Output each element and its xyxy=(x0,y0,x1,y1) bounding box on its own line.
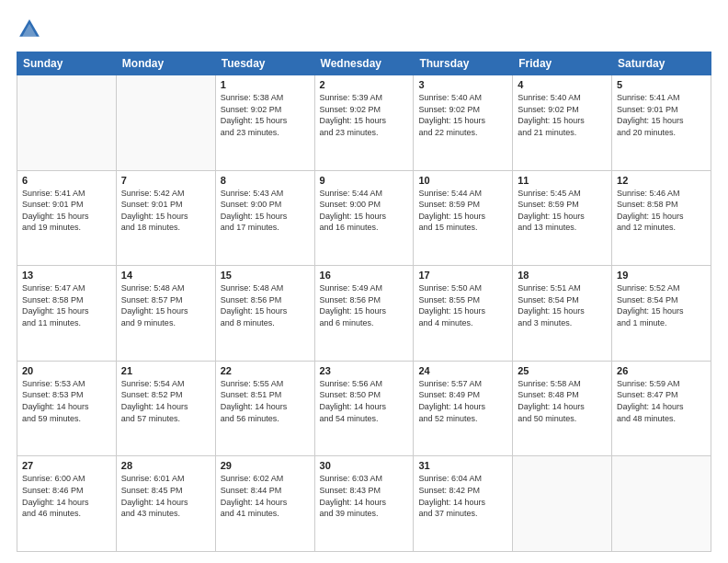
day-number: 16 xyxy=(320,270,409,281)
logo xyxy=(17,17,46,42)
calendar-cell: 21Sunrise: 5:54 AM Sunset: 8:52 PM Dayli… xyxy=(116,361,215,456)
day-info: Sunrise: 5:53 AM Sunset: 8:53 PM Dayligh… xyxy=(22,378,111,424)
day-info: Sunrise: 6:02 AM Sunset: 8:44 PM Dayligh… xyxy=(221,473,310,519)
day-number: 19 xyxy=(617,270,706,281)
day-number: 9 xyxy=(320,175,409,186)
calendar-cell: 24Sunrise: 5:57 AM Sunset: 8:49 PM Dayli… xyxy=(414,361,513,456)
day-info: Sunrise: 5:48 AM Sunset: 8:56 PM Dayligh… xyxy=(221,282,310,328)
day-info: Sunrise: 5:41 AM Sunset: 9:01 PM Dayligh… xyxy=(22,188,111,234)
calendar-cell: 25Sunrise: 5:58 AM Sunset: 8:48 PM Dayli… xyxy=(513,361,612,456)
day-number: 1 xyxy=(221,79,310,90)
day-info: Sunrise: 5:38 AM Sunset: 9:02 PM Dayligh… xyxy=(221,92,310,138)
day-number: 3 xyxy=(418,79,507,90)
calendar-cell: 27Sunrise: 6:00 AM Sunset: 8:46 PM Dayli… xyxy=(17,456,117,552)
calendar-cell: 22Sunrise: 5:55 AM Sunset: 8:51 PM Dayli… xyxy=(215,361,314,456)
calendar-cell: 8Sunrise: 5:43 AM Sunset: 9:00 PM Daylig… xyxy=(215,170,314,266)
week-row-1: 6Sunrise: 5:41 AM Sunset: 9:01 PM Daylig… xyxy=(17,170,711,266)
day-info: Sunrise: 6:01 AM Sunset: 8:45 PM Dayligh… xyxy=(121,473,210,519)
week-row-0: 1Sunrise: 5:38 AM Sunset: 9:02 PM Daylig… xyxy=(17,75,711,171)
calendar-cell: 15Sunrise: 5:48 AM Sunset: 8:56 PM Dayli… xyxy=(215,266,314,362)
day-number: 25 xyxy=(518,365,607,376)
day-info: Sunrise: 6:00 AM Sunset: 8:46 PM Dayligh… xyxy=(22,473,111,519)
calendar-cell: 5Sunrise: 5:41 AM Sunset: 9:01 PM Daylig… xyxy=(612,75,711,171)
header-cell-tuesday: Tuesday xyxy=(215,52,314,75)
calendar-cell: 17Sunrise: 5:50 AM Sunset: 8:55 PM Dayli… xyxy=(414,266,513,362)
week-row-4: 27Sunrise: 6:00 AM Sunset: 8:46 PM Dayli… xyxy=(17,456,711,552)
calendar-cell xyxy=(116,75,215,171)
day-info: Sunrise: 6:04 AM Sunset: 8:42 PM Dayligh… xyxy=(418,473,507,519)
day-info: Sunrise: 5:44 AM Sunset: 9:00 PM Dayligh… xyxy=(320,188,409,234)
day-info: Sunrise: 5:55 AM Sunset: 8:51 PM Dayligh… xyxy=(221,378,310,424)
day-number: 24 xyxy=(418,365,507,376)
calendar-cell: 4Sunrise: 5:40 AM Sunset: 9:02 PM Daylig… xyxy=(513,75,612,171)
calendar-cell: 7Sunrise: 5:42 AM Sunset: 9:01 PM Daylig… xyxy=(116,170,215,266)
calendar-cell: 9Sunrise: 5:44 AM Sunset: 9:00 PM Daylig… xyxy=(314,170,414,266)
day-info: Sunrise: 5:48 AM Sunset: 8:57 PM Dayligh… xyxy=(121,282,210,328)
day-number: 13 xyxy=(22,270,111,281)
day-number: 20 xyxy=(22,365,111,376)
week-row-2: 13Sunrise: 5:47 AM Sunset: 8:58 PM Dayli… xyxy=(17,266,711,362)
logo-icon xyxy=(17,17,42,42)
day-info: Sunrise: 5:46 AM Sunset: 8:58 PM Dayligh… xyxy=(617,188,706,234)
day-number: 4 xyxy=(518,79,607,90)
calendar-cell: 20Sunrise: 5:53 AM Sunset: 8:53 PM Dayli… xyxy=(17,361,117,456)
day-number: 18 xyxy=(518,270,607,281)
day-number: 8 xyxy=(221,175,310,186)
day-info: Sunrise: 5:47 AM Sunset: 8:58 PM Dayligh… xyxy=(22,282,111,328)
day-info: Sunrise: 5:39 AM Sunset: 9:02 PM Dayligh… xyxy=(320,92,409,138)
calendar-cell: 10Sunrise: 5:44 AM Sunset: 8:59 PM Dayli… xyxy=(414,170,513,266)
calendar-cell: 26Sunrise: 5:59 AM Sunset: 8:47 PM Dayli… xyxy=(612,361,711,456)
calendar-cell xyxy=(513,456,612,552)
day-info: Sunrise: 5:41 AM Sunset: 9:01 PM Dayligh… xyxy=(617,92,706,138)
day-number: 2 xyxy=(320,79,409,90)
header-cell-friday: Friday xyxy=(513,52,612,75)
day-info: Sunrise: 5:44 AM Sunset: 8:59 PM Dayligh… xyxy=(418,188,507,234)
day-info: Sunrise: 5:51 AM Sunset: 8:54 PM Dayligh… xyxy=(518,282,607,328)
day-number: 22 xyxy=(221,365,310,376)
calendar-header: SundayMondayTuesdayWednesdayThursdayFrid… xyxy=(17,52,711,75)
day-number: 7 xyxy=(121,175,210,186)
day-info: Sunrise: 5:57 AM Sunset: 8:49 PM Dayligh… xyxy=(418,378,507,424)
calendar-cell: 23Sunrise: 5:56 AM Sunset: 8:50 PM Dayli… xyxy=(314,361,414,456)
calendar-cell: 31Sunrise: 6:04 AM Sunset: 8:42 PM Dayli… xyxy=(414,456,513,552)
calendar-cell: 14Sunrise: 5:48 AM Sunset: 8:57 PM Dayli… xyxy=(116,266,215,362)
day-number: 6 xyxy=(22,175,111,186)
day-info: Sunrise: 5:52 AM Sunset: 8:54 PM Dayligh… xyxy=(617,282,706,328)
calendar-cell xyxy=(17,75,117,171)
day-number: 14 xyxy=(121,270,210,281)
day-number: 10 xyxy=(418,175,507,186)
week-row-3: 20Sunrise: 5:53 AM Sunset: 8:53 PM Dayli… xyxy=(17,361,711,456)
calendar-cell: 1Sunrise: 5:38 AM Sunset: 9:02 PM Daylig… xyxy=(215,75,314,171)
day-info: Sunrise: 5:54 AM Sunset: 8:52 PM Dayligh… xyxy=(121,378,210,424)
day-number: 28 xyxy=(121,460,210,471)
day-number: 30 xyxy=(320,460,409,471)
day-number: 11 xyxy=(518,175,607,186)
day-info: Sunrise: 5:43 AM Sunset: 9:00 PM Dayligh… xyxy=(221,188,310,234)
page: SundayMondayTuesdayWednesdayThursdayFrid… xyxy=(0,0,728,563)
calendar-cell: 29Sunrise: 6:02 AM Sunset: 8:44 PM Dayli… xyxy=(215,456,314,552)
day-info: Sunrise: 5:49 AM Sunset: 8:56 PM Dayligh… xyxy=(320,282,409,328)
calendar-cell: 28Sunrise: 6:01 AM Sunset: 8:45 PM Dayli… xyxy=(116,456,215,552)
day-number: 12 xyxy=(617,175,706,186)
day-number: 27 xyxy=(22,460,111,471)
calendar-cell: 16Sunrise: 5:49 AM Sunset: 8:56 PM Dayli… xyxy=(314,266,414,362)
calendar-cell: 12Sunrise: 5:46 AM Sunset: 8:58 PM Dayli… xyxy=(612,170,711,266)
day-number: 23 xyxy=(320,365,409,376)
day-info: Sunrise: 5:40 AM Sunset: 9:02 PM Dayligh… xyxy=(418,92,507,138)
day-number: 17 xyxy=(418,270,507,281)
day-info: Sunrise: 5:56 AM Sunset: 8:50 PM Dayligh… xyxy=(320,378,409,424)
day-number: 29 xyxy=(221,460,310,471)
header-cell-saturday: Saturday xyxy=(612,52,711,75)
header xyxy=(17,17,711,42)
header-cell-monday: Monday xyxy=(116,52,215,75)
calendar-cell: 18Sunrise: 5:51 AM Sunset: 8:54 PM Dayli… xyxy=(513,266,612,362)
day-number: 5 xyxy=(617,79,706,90)
calendar-body: 1Sunrise: 5:38 AM Sunset: 9:02 PM Daylig… xyxy=(17,75,711,552)
calendar-cell xyxy=(612,456,711,552)
calendar-cell: 2Sunrise: 5:39 AM Sunset: 9:02 PM Daylig… xyxy=(314,75,414,171)
day-number: 31 xyxy=(418,460,507,471)
day-number: 15 xyxy=(221,270,310,281)
day-info: Sunrise: 5:58 AM Sunset: 8:48 PM Dayligh… xyxy=(518,378,607,424)
header-row: SundayMondayTuesdayWednesdayThursdayFrid… xyxy=(17,52,711,75)
day-info: Sunrise: 5:59 AM Sunset: 8:47 PM Dayligh… xyxy=(617,378,706,424)
